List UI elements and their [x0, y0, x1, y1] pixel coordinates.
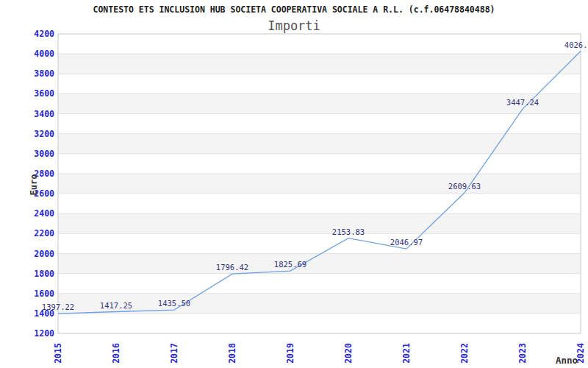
x-tick-label: 2020	[343, 343, 354, 364]
y-tick-label: 3600	[34, 88, 54, 99]
y-tick-label: 1800	[34, 269, 54, 279]
x-tick-label: 2022	[459, 343, 470, 364]
plot-band	[58, 253, 581, 273]
data-label: 2046.97	[390, 238, 423, 247]
data-label: 2153.83	[332, 227, 365, 236]
x-tick-label: 2018	[227, 343, 237, 364]
plot-band	[58, 213, 581, 233]
x-tick-label: 2021	[401, 343, 412, 364]
x-tick-label: 2019	[285, 343, 295, 364]
y-axis-label: Euro	[29, 170, 39, 199]
data-label: 1435.50	[158, 299, 190, 308]
x-tick-label: 2016	[111, 343, 121, 364]
data-label: 3447.24	[506, 98, 539, 107]
data-label: 1796.42	[216, 263, 248, 272]
data-label: 4026.85	[564, 40, 588, 49]
y-tick-label: 3800	[34, 68, 54, 79]
x-tick-label: 2017	[169, 343, 179, 364]
y-tick-label: 4000	[34, 49, 54, 59]
data-label: 1417.25	[100, 301, 132, 310]
plot-band	[58, 174, 581, 194]
data-label: 2609.63	[448, 182, 481, 191]
x-tick-label: 2015	[53, 343, 63, 364]
plot-band	[58, 134, 581, 154]
y-tick-label: 3200	[34, 129, 54, 139]
line-chart: 1200140016001800200022002400260028003000…	[0, 0, 588, 368]
y-tick-label: 1600	[34, 289, 54, 299]
x-tick-label: 2023	[517, 343, 528, 364]
plot-band	[58, 93, 581, 113]
y-tick-label: 4200	[34, 29, 54, 39]
plot-band	[58, 294, 581, 314]
plot-band	[58, 54, 581, 74]
y-tick-label: 2000	[34, 249, 54, 259]
y-tick-label: 3400	[34, 109, 54, 119]
chart-page: { "chart_data": { "type": "line", "title…	[0, 0, 588, 368]
data-label: 1397.22	[42, 302, 74, 311]
y-tick-label: 2400	[34, 208, 54, 219]
y-tick-label: 2200	[34, 228, 54, 238]
x-axis-label: Anno	[556, 355, 578, 366]
data-label: 1825.69	[274, 260, 306, 269]
y-tick-label: 3000	[34, 149, 54, 159]
y-tick-label: 1200	[34, 328, 54, 339]
